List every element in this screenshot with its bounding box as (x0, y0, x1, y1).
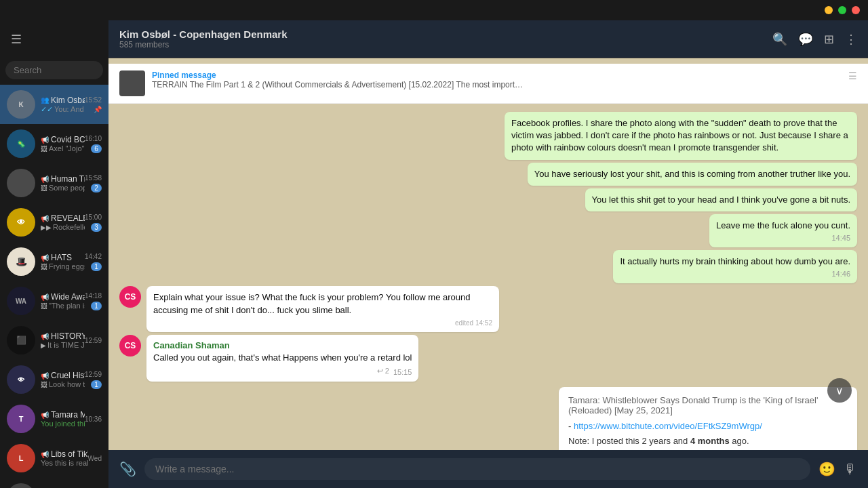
sidebar-preview-trafficking: 🖼 Some people still ... (41, 184, 85, 192)
message-text-m2: You have seriously lost your shit, and t… (534, 168, 850, 180)
pinned-message[interactable]: Pinned message TERRAIN The Film Part 1 &… (108, 64, 868, 104)
main-panel: Kim Osbøl - Copenhagen Denmark 585 membe… (108, 20, 868, 488)
message-text-m1: Facebook profiles. I share the photo alo… (511, 117, 850, 155)
megaphone-history: 📢 (41, 333, 49, 340)
avatar-kim: K (7, 90, 35, 119)
double-check-icon: ✓✓ (41, 105, 53, 114)
megaphone-hats: 📢 (41, 254, 49, 262)
sidebar-info-tamara: 📢 Tamara Magdalen... You joined this cha… (35, 410, 85, 428)
search-input[interactable] (5, 61, 103, 79)
sidebar-preview-tamara: You joined this channel (41, 420, 85, 428)
sidebar-info-cruel: 📢 Cruel History 🖼 Look how these devil..… (35, 371, 85, 388)
avatar-wideawake: WA (7, 287, 35, 315)
sidebar-name-covid: 📢 Covid BC (Vax Sud... (41, 135, 85, 144)
sidebar-item-libs[interactable]: L 📢 Libs of TikTok Fans Yes this is real… (0, 439, 108, 478)
message-text-m3: You let this shit get to your head and I… (592, 194, 850, 206)
sidebar-header: ☰ (0, 20, 108, 58)
message-text-m5: It actually hurts my brain thinking abou… (620, 256, 850, 268)
avatar-history: ⬛ (7, 326, 35, 354)
sidebar-item-history[interactable]: ⬛ 📢 HISTORY ▶ It is TIME Join us: t.m... (0, 321, 108, 360)
sidebar-item-revealed[interactable]: 👁 📢 REVEALED EYE ▶▶ Rockefeller Musica..… (0, 203, 108, 242)
sidebar-name-cruel: 📢 Cruel History (41, 371, 85, 380)
sidebar: ☰ K 👥 Kim Osbøl - Co... (0, 20, 108, 488)
sidebar-info-trafficking: 📢 Human Trafficking... 🖼 Some people sti… (35, 174, 85, 192)
megaphone-trafficking: 📢 (41, 176, 49, 183)
title-bar (0, 0, 868, 20)
sidebar-meta-history: 12:59 (85, 337, 102, 344)
avatar-libs: L (7, 444, 35, 472)
maximize-button[interactable] (838, 6, 846, 14)
forwarded-author: Tamara: Whistleblower Says Donald Trump … (568, 395, 848, 415)
message-text-m4: Leave me the fuck alone you cunt. (716, 220, 850, 232)
emoji-icon[interactable]: 🙂 (818, 461, 835, 477)
forwarded-wrap: Tamara: Whistleblower Says Donald Trump … (108, 387, 868, 450)
sidebar-item-hats[interactable]: 🎩 📢 HATS 🖼 Frying eggs on a COL... (0, 242, 108, 281)
sidebar-info-kim: 👥 Kim Osbøl - Co... ✓✓ You: And this is … (35, 96, 85, 114)
megaphone-libs: 📢 (41, 451, 49, 458)
sidebar-preview-history: ▶ It is TIME Join us: t.m... (41, 341, 85, 349)
sender-name-m7: Canadian Shaman (153, 340, 412, 350)
sidebar-search-container (0, 58, 108, 85)
sidebar-item-wideawake[interactable]: WA 📢 Wide Awake Media 🖼 "The plan is to … (0, 281, 108, 321)
sidebar-item-trafficking[interactable]: 📢 Human Trafficking... 🖼 Some people sti… (0, 163, 108, 203)
pinned-text: TERRAIN The Film Part 1 & 2 (Without Com… (152, 80, 525, 89)
sidebar-name-revealed: 📢 REVEALED EYE (41, 214, 85, 223)
sidebar-name-kim: 👥 Kim Osbøl - Co... (41, 96, 85, 105)
scroll-down-button[interactable]: ∨ (827, 378, 852, 403)
app-wrapper: ☰ K 👥 Kim Osbøl - Co... (0, 0, 868, 488)
megaphone-wideawake: 📢 (41, 293, 49, 301)
sidebar-info-libs: 📢 Libs of TikTok Fans Yes this is real. … (35, 449, 88, 467)
sidebar-meta-tamara: 10:36 (85, 415, 102, 423)
chat-header: Kim Osbøl - Copenhagen Denmark 585 membe… (108, 20, 868, 58)
sidebar-item-cruel[interactable]: 👁 📢 Cruel History 🖼 Look how these devil… (0, 360, 108, 399)
message-m7-container: CS Canadian Shaman Called you out again,… (119, 335, 857, 382)
sidebar-info-revealed: 📢 REVEALED EYE ▶▶ Rockefeller Musica... (35, 214, 85, 231)
chat-area[interactable]: Pinned message TERRAIN The Film Part 1 &… (108, 58, 868, 450)
reactions-icon[interactable]: 💬 (798, 32, 813, 47)
forwarded-link[interactable]: https://www.bitchute.com/video/EFtkSZ9mW… (574, 421, 762, 431)
avatar-cruel: 👁 (7, 365, 35, 394)
sidebar-item-covid[interactable]: 🦠 📢 Covid BC (Vax Sud... 🖼 Axel "Jojo" J… (0, 124, 108, 163)
pinned-content: Pinned message TERRAIN The Film Part 1 &… (152, 70, 842, 89)
avatar-cs-in: CS (119, 335, 141, 357)
sidebar-preview-kim: ✓✓ You: And this is what I sh... (41, 105, 85, 114)
avatar-cs-out: CS (119, 286, 141, 308)
group-icon-kim: 👥 (41, 96, 49, 104)
sidebar-meta-trafficking: 15:58 2 (85, 174, 102, 192)
sidebar-preview-libs: Yes this is real. Communit... (41, 459, 88, 467)
pinned-thumbnail (119, 70, 145, 96)
pinned-actions[interactable]: ☰ (848, 70, 857, 81)
message-m6-container: CS Explain what your issue is? What the … (119, 286, 857, 331)
img-icon-wideawake: 🖼 (41, 302, 47, 310)
menu-icon[interactable]: ☰ (11, 32, 22, 47)
sidebar-list: K 👥 Kim Osbøl - Co... ✓✓ You: And this i… (0, 85, 108, 488)
pinned-menu-icon[interactable]: ☰ (848, 70, 857, 81)
close-button[interactable] (852, 6, 860, 14)
columns-icon[interactable]: ⊞ (824, 32, 834, 47)
megaphone-covid: 📢 (41, 136, 49, 144)
message-m6: Explain what your issue is? What the fuc… (146, 286, 499, 331)
sidebar-item-kim[interactable]: K 👥 Kim Osbøl - Co... ✓✓ You: And this i… (0, 85, 108, 124)
more-options-icon[interactable]: ⋮ (845, 32, 857, 47)
avatar-covid: 🦠 (7, 129, 35, 158)
attachment-icon[interactable]: 📎 (119, 461, 136, 477)
search-icon[interactable]: 🔍 (772, 32, 787, 47)
sidebar-preview-cruel: 🖼 Look how these devil... (41, 380, 85, 388)
message-m5: It actually hurts my brain thinking abou… (613, 250, 857, 283)
megaphone-tamara: 📢 (41, 411, 49, 419)
video-icon-history: ▶ (41, 342, 46, 349)
megaphone-cruel: 📢 (41, 372, 49, 380)
reply-icon-m7: ↩ 2 (377, 367, 389, 375)
sidebar-item-gate[interactable]: 👥 👥 #thegatekeeperclub 🖼 #thegatekeeperc… (0, 478, 108, 488)
sidebar-info-hats: 📢 HATS 🖼 Frying eggs on a COL... (35, 253, 85, 270)
avatar-hats: 🎩 (7, 247, 35, 276)
message-m3: You let this shit get to your head and I… (585, 188, 857, 211)
sidebar-meta-revealed: 15:00 3 (85, 214, 102, 232)
forwarded-link-line: - https://www.bitchute.com/video/EFtkSZ9… (568, 420, 848, 432)
message-m2: You have seriously lost your shit, and t… (528, 163, 857, 186)
voice-icon[interactable]: 🎙 (844, 462, 857, 477)
minimize-button[interactable] (825, 6, 833, 14)
chat-title: Kim Osbøl - Copenhagen Denmark (119, 28, 772, 40)
sidebar-item-tamara[interactable]: T 📢 Tamara Magdalen... You joined this c… (0, 399, 108, 439)
message-input[interactable] (144, 458, 810, 480)
